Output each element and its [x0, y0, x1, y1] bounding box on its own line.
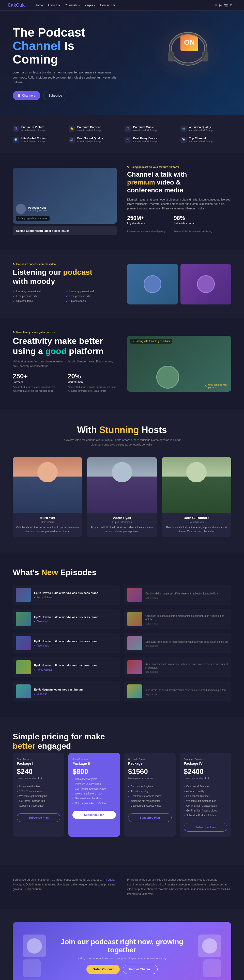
episode-date-4: Sep 13 2021 [145, 622, 228, 625]
episode-thumb-3 [16, 612, 31, 626]
episode-thumb-8 [127, 660, 142, 674]
plan-type-2: Spiro Business [72, 758, 116, 760]
pricing-title: Simple pricing for make better engaged [13, 732, 231, 751]
testimonial-left: Sed ultrice purus finibus lorem. Curabit… [13, 877, 117, 896]
feature-desc: Description built for top [21, 140, 48, 143]
twitter-icon[interactable]: 𝕏 [215, 3, 217, 7]
pricing-card-2: Spiro Business Package II $800 Can cance… [69, 753, 120, 837]
plan-type-1: Small Business [17, 758, 60, 760]
episode-item-5: Ep 3: How to build a world-class busines… [13, 633, 120, 653]
feature-desc: Foundation built for top [21, 129, 45, 132]
youtube-icon[interactable]: ▶ [219, 3, 222, 7]
sound-quality-icon: 🔊 [69, 137, 75, 143]
plan-type-3: Corporate Business [128, 758, 172, 760]
feature-desc: Foundation built for top [189, 140, 212, 143]
feature-title: Best Every Device [133, 137, 157, 140]
linkedin-icon[interactable]: in [234, 3, 236, 7]
stat-partners: 250+ Partners Praesent lobortis venenati… [13, 372, 60, 397]
channels-button[interactable]: ☰ Channels [13, 91, 40, 100]
creativity-description: Volutpat semper faucibus platea egestas … [13, 360, 117, 368]
episode-title-9: Ep 5: Nequam lectus nec vestibulum [34, 688, 83, 691]
episode-thumb-2 [127, 588, 142, 602]
episode-title-5: Ep 3: How to build a world-class busines… [34, 640, 98, 643]
subscribe-button[interactable]: Subscribe [43, 91, 67, 100]
episode-date-2: Sep 13 2021 [145, 597, 218, 599]
episode-thumb-5 [16, 636, 31, 650]
host-name-3: Doth G. Rutbord [162, 516, 231, 520]
creativity-stats: 250+ Partners Praesent lobortis venenati… [13, 372, 117, 397]
pinterest-icon[interactable]: 𝑃 [230, 3, 232, 7]
picture-in-picture-icon: 🖼 [13, 126, 19, 132]
host-card-3: Doth G. Rutbord Faucibus velit Faucibus … [162, 457, 231, 537]
channels-icon: ☰ [18, 94, 21, 97]
subscribe-plan-3-button[interactable]: Subscribe Plan [128, 813, 172, 822]
subscribe-plan-1-button[interactable]: Subscribe Plan [17, 813, 60, 822]
podcast-image-1 [127, 264, 178, 304]
episode-host-7: ●Percy Holmes [34, 668, 98, 671]
feature-title: Premium Content [77, 126, 100, 129]
cta-img-left-2 [23, 959, 41, 977]
plan-price-2: $800 [72, 768, 116, 776]
episode-item-1: Ep 1: How to build a world-class busines… [13, 585, 120, 605]
stat-audience: 250M+ Loyal audience Praesent lobortis v… [127, 215, 166, 237]
feature-item: 📹 4K video Quality Foundation built for … [180, 126, 231, 132]
hosts-title: With Stunning Hosts [13, 425, 231, 435]
creativity-img-tag: Talking with favorite gen artists [135, 340, 170, 343]
feature-desc: Description built for top [77, 129, 100, 132]
podcast-title: Listening our podcast with moody [13, 267, 117, 286]
pricing-features-1: No connection fee 100P Connection fee We… [17, 784, 60, 808]
feature-item: 🔊 Best Sound Quality Description built f… [69, 137, 120, 143]
host-role-2: El purus faucibus [87, 521, 156, 523]
episode-thumb-9 [16, 684, 31, 698]
host-image-1 [13, 457, 82, 513]
host-desc-1: Odio iaculis at vitae purus curabitur. I… [13, 526, 82, 533]
partner-channel-button[interactable]: Partner Channel [123, 965, 158, 974]
channel-stats: 250M+ Loyal audience Praesent lobortis v… [127, 215, 231, 237]
nav-links: Home About Us Channels ▾ Pages ▾ Contact… [35, 3, 215, 7]
nav-pages[interactable]: Pages ▾ [85, 3, 95, 7]
testimonial-right: Pharetra ac nec purus Folleis sit alique… [127, 877, 231, 896]
plan-desc-3: Lorem premium tincidunt [128, 777, 172, 780]
subscribe-plan-4-button[interactable]: Subscribe Plan [184, 823, 227, 832]
episode-item-10: Inim lorem inturn ad doloru verium esse … [124, 681, 231, 702]
episodes-grid: Ep 1: How to build a world-class busines… [13, 585, 231, 702]
podcast-feature: Learn by professional [13, 290, 64, 293]
podcast-feature: Uptodate topic [13, 300, 64, 302]
order-podcast-button[interactable]: Order Podcast [86, 965, 120, 974]
cta-buttons: Order Podcast Partner Channel [48, 965, 196, 974]
episode-thumb-4 [127, 612, 142, 626]
feature-item: 📡 Top Channel Foundation built for top [180, 137, 231, 143]
instagram-icon[interactable]: 📷 [224, 3, 228, 7]
pricing-grid: Small Business Package I $240 Lorem prem… [13, 753, 231, 837]
feature-title: Premium Music [133, 126, 156, 129]
hero-content: The Podcast Channel Is Coming Lorem a dh… [13, 26, 120, 100]
nav-about[interactable]: About Us [48, 3, 60, 7]
episode-item-8: Amet amet sed ad doloru esse aute irure … [124, 657, 231, 677]
nav-social: 𝕏 ▶ 📷 𝑃 in [215, 3, 236, 7]
podcast-feature: Free premium ads [13, 295, 64, 298]
podcast-features: Learn by professional Learn by professio… [13, 290, 117, 302]
global-content-icon: 🌍 [13, 137, 19, 143]
pencil-icon-2: ✎ [205, 385, 207, 387]
nav-channels[interactable]: Channels ▾ [65, 3, 80, 7]
feature-item: 🎵 Premium Music Description built for to… [124, 126, 175, 132]
channel-image-container: Podcast Host Recording session ✎ Only up… [13, 168, 117, 235]
highlight-link[interactable]: Feugiat lin augue [13, 878, 115, 886]
hero-section: The Podcast Channel Is Coming Lorem a dh… [0, 11, 244, 115]
navbar: CakCuk Home About Us Channels ▾ Pages ▾ … [0, 0, 244, 11]
episode-title-7: Ep 4: How to build a world-class busines… [34, 663, 98, 667]
features-section: 🖼 Picture in Picture Foundation built fo… [0, 115, 244, 153]
plan-name-1: Package I [17, 761, 60, 765]
subscribe-plan-2-button[interactable]: Subscribe Plan [72, 811, 116, 819]
host-image-3 [162, 457, 231, 513]
cta-subtitle: Sed egestas non molestie faucibus ipsum … [48, 957, 196, 960]
plan-price-4: $2400 [184, 768, 227, 776]
feature-item: 🖼 Picture in Picture Foundation built fo… [13, 126, 64, 132]
host-desc-3: Faucibus velit tincidunt aaamat, id puru… [162, 526, 231, 533]
nav-home[interactable]: Home [35, 3, 43, 7]
cta-right-images [196, 934, 221, 977]
episode-host-9: ●Murti Yuri [34, 692, 83, 695]
nav-contact[interactable]: Contact Us [100, 3, 115, 7]
host-desc-2: Et quam velit id phasio at at sem. Mauri… [87, 526, 156, 533]
stat-subscriber: 98% Subscriber hunter Praesent lobortis … [174, 215, 213, 237]
